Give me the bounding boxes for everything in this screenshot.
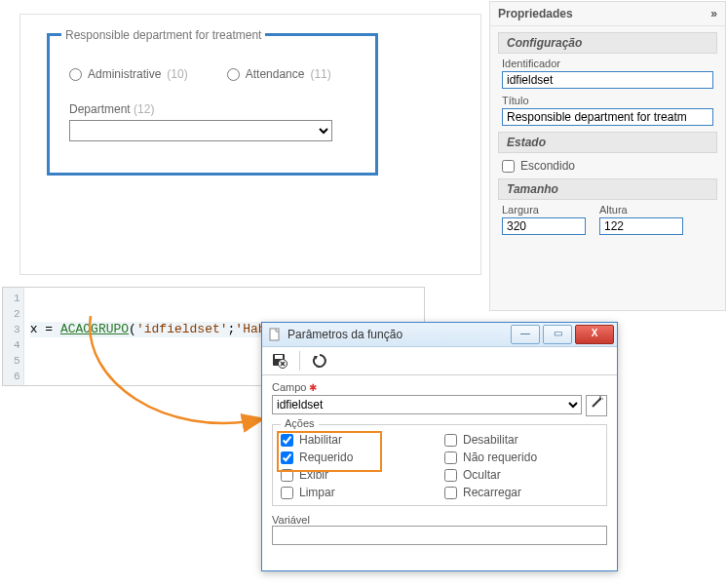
opt-limpar[interactable]: Limpar: [281, 486, 435, 499]
escondido-checkbox[interactable]: [502, 160, 515, 173]
opt-recarregar[interactable]: Recarregar: [444, 486, 598, 499]
minimize-button[interactable]: —: [511, 325, 540, 344]
radio-administrative-label: Administrative: [88, 67, 161, 81]
titulo-input[interactable]: [502, 108, 713, 126]
fieldset-legend: Responsible department for treatment: [61, 28, 265, 42]
svg-rect-3: [275, 355, 283, 359]
campo-select[interactable]: idfieldset: [272, 395, 582, 414]
altura-input[interactable]: [599, 217, 683, 235]
svg-rect-1: [270, 329, 279, 340]
radio-administrative[interactable]: Administrative (10): [69, 67, 188, 81]
escondido-label: Escondido: [520, 159, 575, 173]
limpar-checkbox[interactable]: [281, 487, 293, 499]
nao-requerido-checkbox[interactable]: [444, 451, 457, 464]
radio-attendance-label: Attendance: [246, 67, 305, 81]
department-ord: (12): [134, 102, 154, 116]
section-configuracao: Configuração: [498, 32, 717, 54]
required-icon: ✱: [306, 382, 317, 393]
toolbar-separator: [299, 351, 300, 371]
code-gutter: 1 2 3 4 5 6: [3, 288, 24, 385]
dialog-titlebar[interactable]: Parâmetros da função — ▭ X: [262, 323, 617, 347]
document-icon: [268, 328, 282, 341]
opt-requerido[interactable]: Requerido: [281, 451, 435, 464]
dialog-title: Parâmetros da função: [287, 328, 402, 341]
opt-nao-requerido[interactable]: Não requerido: [444, 451, 598, 464]
titulo-label: Título: [502, 95, 713, 106]
exibir-checkbox[interactable]: [281, 469, 293, 482]
department-select[interactable]: [69, 120, 332, 141]
svg-point-9: [599, 398, 601, 400]
opt-exibir[interactable]: Exibir: [281, 468, 435, 482]
close-button[interactable]: X: [575, 325, 614, 344]
form-preview-panel: Responsible department for treatment Adm…: [19, 14, 481, 275]
largura-input[interactable]: [502, 217, 586, 235]
habilitar-checkbox[interactable]: [281, 434, 293, 447]
requerido-checkbox[interactable]: [281, 451, 293, 464]
variavel-label: Variável: [272, 514, 607, 526]
identificador-label: Identificador: [502, 58, 713, 69]
desabilitar-checkbox[interactable]: [444, 434, 457, 447]
refresh-icon[interactable]: [308, 349, 331, 372]
variavel-input[interactable]: [272, 526, 607, 545]
function-params-dialog: Parâmetros da função — ▭ X Campo ✱ idfie…: [261, 322, 618, 571]
campo-label: Campo: [272, 381, 306, 393]
dialog-toolbar: [262, 347, 617, 375]
largura-label: Largura: [502, 204, 586, 216]
collapse-icon[interactable]: »: [710, 2, 717, 25]
fieldset-selected[interactable]: Responsible department for treatment Adm…: [47, 33, 378, 176]
acoes-legend: Ações: [281, 417, 319, 429]
acoes-fieldset: Ações Habilitar Desabilitar Requerido Nã…: [272, 424, 607, 506]
identificador-input[interactable]: [502, 71, 713, 89]
recarregar-checkbox[interactable]: [444, 487, 457, 499]
svg-line-8: [593, 399, 600, 407]
radio-administrative-input[interactable]: [69, 68, 82, 81]
annotation-arrow-icon: [76, 312, 290, 458]
altura-label: Altura: [599, 204, 683, 216]
radio-attendance[interactable]: Attendance (11): [227, 67, 331, 81]
radio-attendance-ord: (11): [310, 67, 330, 81]
save-close-icon[interactable]: [268, 349, 291, 372]
department-label: Department: [69, 102, 131, 116]
section-tamanho: Tamanho: [498, 178, 717, 200]
maximize-button[interactable]: ▭: [543, 325, 572, 344]
opt-habilitar[interactable]: Habilitar: [281, 433, 435, 447]
wand-button[interactable]: [586, 395, 607, 416]
opt-desabilitar[interactable]: Desabilitar: [444, 433, 598, 447]
section-estado: Estado: [498, 132, 717, 153]
radio-attendance-input[interactable]: [227, 68, 240, 81]
radio-administrative-ord: (10): [167, 67, 187, 81]
properties-title: Propriedades: [498, 2, 573, 25]
ocultar-checkbox[interactable]: [444, 469, 457, 482]
opt-ocultar[interactable]: Ocultar: [444, 468, 598, 482]
properties-panel: Propriedades » Configuração Identificado…: [489, 1, 726, 311]
